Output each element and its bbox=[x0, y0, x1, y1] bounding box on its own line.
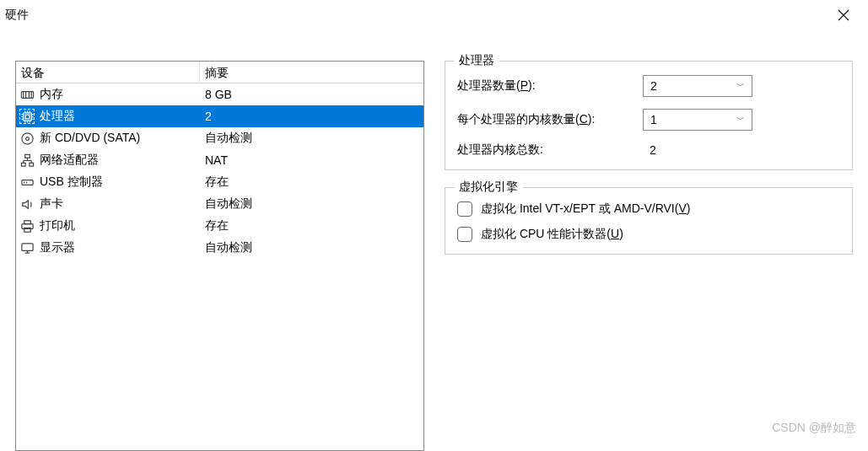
device-row-printer[interactable]: 打印机 存在 bbox=[16, 215, 423, 237]
device-row-memory[interactable]: 内存 8 GB bbox=[16, 83, 423, 105]
table-body: 内存 8 GB 处理器 2 新 CD/DVD (SATA bbox=[16, 83, 423, 259]
device-row-usb[interactable]: USB 控制器 存在 bbox=[16, 171, 423, 193]
display-icon bbox=[19, 240, 35, 255]
device-row-sound[interactable]: 声卡 自动检测 bbox=[16, 193, 423, 215]
device-label: 显示器 bbox=[40, 240, 75, 255]
device-summary: NAT bbox=[200, 153, 423, 167]
device-table: 设备 摘要 内存 8 GB 处理器 2 bbox=[15, 61, 424, 451]
svg-rect-25 bbox=[29, 163, 33, 166]
close-icon bbox=[838, 9, 849, 24]
device-summary: 自动检测 bbox=[200, 196, 423, 212]
device-row-network[interactable]: 网络适配器 NAT bbox=[16, 149, 423, 171]
printer-icon bbox=[19, 218, 35, 234]
virt-perfcounter-checkbox[interactable] bbox=[457, 227, 472, 242]
network-icon bbox=[19, 153, 35, 168]
device-row-cpu[interactable]: 处理器 2 bbox=[16, 105, 423, 127]
device-summary: 自动检测 bbox=[200, 131, 423, 146]
virt-vtx-label: 虚拟化 Intel VT-x/EPT 或 AMD-V/RVI(V) bbox=[481, 201, 690, 217]
disc-icon bbox=[19, 131, 35, 146]
svg-rect-24 bbox=[21, 163, 25, 166]
col-header-device[interactable]: 设备 bbox=[16, 62, 200, 83]
device-summary: 2 bbox=[200, 110, 423, 123]
processor-group: 处理器 处理器数量(P): 2 ﹀ 每个处理器的内核数量(C): 1 ﹀ 处理器… bbox=[445, 61, 853, 170]
svg-rect-8 bbox=[25, 115, 30, 119]
device-label: 网络适配器 bbox=[40, 153, 99, 168]
settings-panel: 处理器 处理器数量(P): 2 ﹀ 每个处理器的内核数量(C): 1 ﹀ 处理器… bbox=[445, 61, 853, 451]
titlebar: 硬件 bbox=[0, 0, 868, 30]
content-area: 设备 摘要 内存 8 GB 处理器 2 bbox=[0, 30, 868, 451]
device-label: 内存 bbox=[40, 87, 63, 102]
device-label: 处理器 bbox=[40, 109, 75, 124]
cpu-count-label: 处理器数量(P): bbox=[457, 78, 636, 94]
close-button[interactable] bbox=[824, 3, 863, 30]
sound-icon bbox=[19, 196, 35, 212]
cpu-icon bbox=[19, 109, 35, 124]
device-summary: 存在 bbox=[200, 174, 423, 190]
device-summary: 自动检测 bbox=[200, 240, 423, 255]
cores-per-cpu-label: 每个处理器的内核数量(C): bbox=[457, 112, 636, 127]
window-title: 硬件 bbox=[5, 8, 29, 23]
device-row-display[interactable]: 显示器 自动检测 bbox=[16, 237, 423, 259]
device-summary: 8 GB bbox=[200, 88, 423, 101]
processor-group-title: 处理器 bbox=[454, 53, 499, 68]
cores-per-cpu-select[interactable]: 1 ﹀ bbox=[643, 109, 752, 131]
svg-rect-7 bbox=[23, 112, 30, 120]
svg-rect-36 bbox=[21, 243, 32, 250]
total-cores-value: 2 bbox=[643, 143, 656, 157]
device-row-cddvd[interactable]: 新 CD/DVD (SATA) 自动检测 bbox=[16, 127, 423, 149]
device-label: 打印机 bbox=[40, 218, 75, 234]
device-label: USB 控制器 bbox=[40, 174, 103, 190]
table-header: 设备 摘要 bbox=[16, 62, 423, 83]
svg-point-21 bbox=[21, 132, 32, 143]
svg-rect-30 bbox=[21, 180, 32, 185]
svg-point-22 bbox=[25, 137, 29, 140]
cpu-count-value: 2 bbox=[650, 79, 657, 93]
total-cores-label: 处理器内核总数: bbox=[457, 142, 636, 158]
usb-icon bbox=[19, 174, 35, 190]
device-label: 声卡 bbox=[40, 196, 63, 212]
cores-per-cpu-value: 1 bbox=[650, 113, 657, 126]
chevron-down-icon: ﹀ bbox=[736, 114, 745, 126]
virtualization-group: 虚拟化引擎 虚拟化 Intel VT-x/EPT 或 AMD-V/RVI(V) … bbox=[445, 187, 853, 255]
svg-rect-34 bbox=[24, 220, 30, 223]
virtualization-group-title: 虚拟化引擎 bbox=[454, 180, 523, 195]
memory-icon bbox=[19, 87, 35, 102]
cpu-count-select[interactable]: 2 ﹀ bbox=[643, 75, 752, 97]
virt-perfcounter-label: 虚拟化 CPU 性能计数器(U) bbox=[481, 227, 623, 242]
device-label: 新 CD/DVD (SATA) bbox=[40, 131, 140, 146]
device-summary: 存在 bbox=[200, 218, 423, 234]
svg-rect-23 bbox=[24, 154, 30, 158]
col-header-summary[interactable]: 摘要 bbox=[200, 62, 423, 83]
virt-vtx-checkbox[interactable] bbox=[457, 201, 472, 217]
chevron-down-icon: ﹀ bbox=[736, 80, 745, 92]
